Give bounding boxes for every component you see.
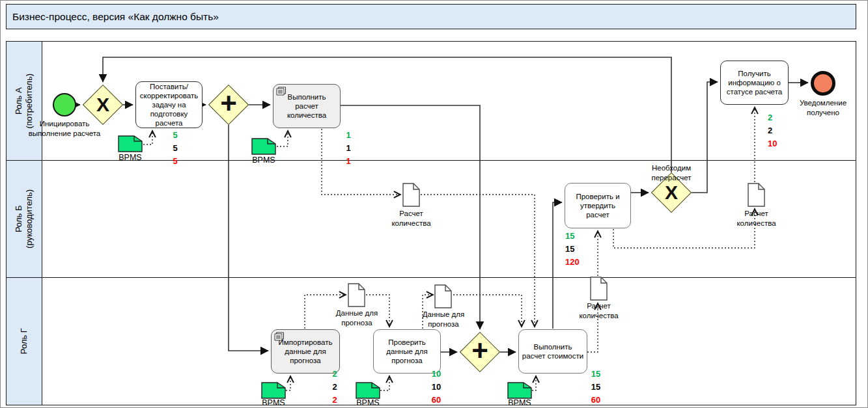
metric-plan: 15	[587, 368, 604, 381]
document-calc-qty-b[interactable]	[402, 183, 420, 210]
bpms-label-1: BPMS	[116, 153, 145, 162]
diagram-title: Бизнес-процесс, версия «Как должно быть»	[12, 11, 219, 23]
task-approve-label: Проверить и утвердить расчет	[568, 192, 628, 219]
metric-plan: 10	[428, 368, 445, 381]
metric-fact: 2	[328, 394, 341, 407]
metrics-get-info: 2 2 10	[768, 111, 777, 150]
metric-plan: 2	[768, 111, 777, 124]
task-approve[interactable]: Проверить и утвердить расчет	[565, 183, 631, 228]
lane-role-b-header: Роль Б (руководитель)	[7, 161, 42, 277]
metrics-check-data: 10 10 60	[428, 368, 445, 407]
document-forecast-1-label: Данные для прогноза	[329, 308, 385, 327]
script-task-icon	[274, 332, 285, 343]
gateway-exclusive-2-symbol: X	[657, 178, 686, 207]
metric-norm: 15	[565, 243, 580, 256]
gateway-parallel-1-symbol: +	[214, 90, 243, 119]
bpms-label-2: BPMS	[249, 156, 278, 165]
metrics-import-data: 2 2 2	[328, 368, 341, 407]
metrics-calc-quantity: 1 1 1	[342, 129, 355, 168]
document-calc-qty-g-label: Расчет количества	[568, 301, 630, 320]
bpms-label-3: BPMS	[259, 398, 288, 407]
metric-plan: 2	[328, 368, 341, 381]
metric-plan: 15	[565, 230, 580, 243]
metric-norm: 2	[328, 381, 341, 394]
metrics-calc-cost: 15 15 60	[587, 368, 604, 407]
document-forecast-2-label: Данные для прогноза	[415, 310, 471, 329]
metric-plan: 1	[342, 129, 355, 142]
lane-role-a-header: Роль А (потребитель)	[7, 42, 42, 160]
document-forecast-2[interactable]	[434, 284, 452, 311]
task-calc-cost-label: Выполнить расчет стоимости	[522, 342, 584, 360]
bpms-icon-2[interactable]	[251, 138, 276, 157]
metric-fact: 60	[587, 394, 604, 407]
task-get-info[interactable]: Получить информацию о статусе расчета	[720, 61, 789, 105]
task-set-task-label: Поставить/ скорректировать задачу на под…	[139, 82, 199, 128]
document-calc-qty-right[interactable]	[748, 183, 765, 210]
bpms-label-5: BPMS	[505, 398, 534, 407]
metric-fact: 1	[342, 155, 355, 168]
task-calc-cost[interactable]: Выполнить расчет стоимости	[518, 329, 587, 374]
task-calc-quantity[interactable]: Выполнить расчет количества	[273, 84, 341, 128]
document-forecast-1[interactable]	[348, 283, 365, 310]
lane-role-g-label: Роль Г	[19, 328, 29, 354]
task-get-info-label: Получить информацию о статусе расчета	[723, 69, 785, 96]
document-calc-qty-right-label: Расчет количества	[725, 209, 787, 228]
gateway-parallel-2-symbol: +	[466, 338, 494, 366]
task-set-task[interactable]: Поставить/ скорректировать задачу на под…	[135, 81, 203, 128]
task-import-data[interactable]: Импортировать данные для прогноза	[271, 329, 340, 374]
script-task-icon	[276, 87, 287, 98]
task-check-data[interactable]: Проверить данные для прогноза	[373, 329, 441, 374]
end-event-label: Уведомление получено	[787, 98, 860, 117]
metric-fact: 10	[768, 137, 777, 150]
metric-fact: 5	[169, 155, 182, 168]
document-calc-qty-g[interactable]	[590, 277, 608, 303]
diagram-title-band: Бизнес-процесс, версия «Как должно быть»	[6, 4, 856, 29]
bpms-icon-1[interactable]	[118, 135, 143, 155]
metrics-set-task: 5 5 5	[169, 129, 182, 168]
bpmn-diagram: Бизнес-процесс, версия «Как должно быть»…	[0, 0, 868, 408]
end-event[interactable]	[811, 71, 835, 96]
gateway-exclusive-1-symbol: X	[89, 90, 117, 119]
task-check-data-label: Проверить данные для прогноза	[376, 338, 438, 365]
start-event-label: Инициировать выполнение расчета	[27, 119, 102, 138]
lane-role-b-label: Роль Б (руководитель)	[14, 189, 35, 249]
metric-norm: 10	[428, 381, 445, 394]
metrics-approve: 15 15 120	[565, 230, 580, 269]
start-event[interactable]	[53, 93, 76, 116]
metric-fact: 120	[565, 256, 580, 269]
metric-norm: 5	[169, 142, 182, 155]
bpms-label-4: BPMS	[354, 398, 382, 407]
gateway-exclusive-2-label: Необходим перерасчет	[634, 163, 709, 182]
document-calc-qty-b-label: Расчет количества	[380, 209, 442, 228]
metric-norm: 15	[587, 381, 604, 394]
metric-norm: 2	[768, 124, 777, 137]
lane-role-g-header: Роль Г	[7, 278, 42, 405]
metric-norm: 1	[342, 142, 355, 155]
metric-fact: 60	[428, 394, 445, 407]
metric-plan: 5	[169, 129, 182, 142]
